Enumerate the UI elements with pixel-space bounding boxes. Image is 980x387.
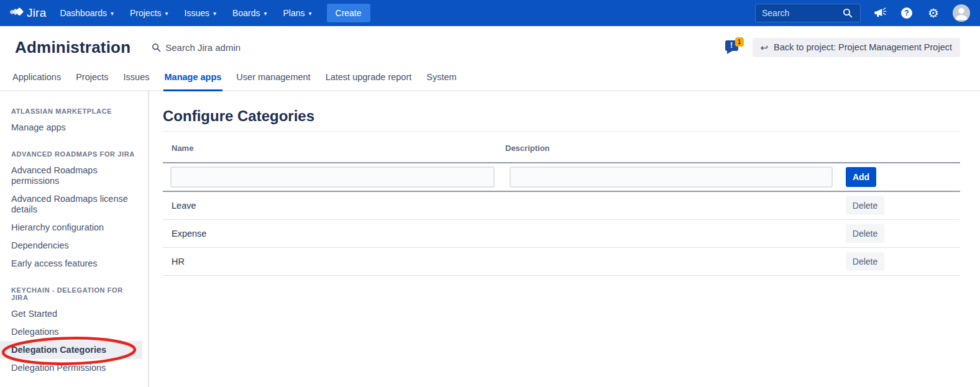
nav-item-plans[interactable]: Plans ▾ <box>283 8 311 18</box>
search-icon[interactable] <box>840 6 855 20</box>
svg-text:?: ? <box>904 9 909 17</box>
column-header-name: Name <box>163 143 505 153</box>
back-to-project-button[interactable]: ↩ Back to project: Project Management Pr… <box>753 38 961 57</box>
category-name-input[interactable] <box>170 166 495 188</box>
sidebar-item-dependencies[interactable]: Dependencies <box>11 237 139 255</box>
tab-system[interactable]: System <box>425 72 457 91</box>
category-name: HR <box>163 257 505 266</box>
jira-logo-text: Jira <box>27 6 46 20</box>
admin-search-label: Search Jira admin <box>165 42 240 53</box>
sidebar-item-early-access-features[interactable]: Early access features <box>11 255 139 273</box>
column-header-description: Description <box>505 143 833 153</box>
top-navigation: Jira Dashboards ▾ Projects ▾ Issues ▾ Bo… <box>0 0 980 26</box>
return-arrow-icon: ↩ <box>761 43 769 52</box>
announcements-icon[interactable] <box>872 6 887 20</box>
sidebar-item-delegation-categories[interactable]: Delegation Categories <box>0 341 142 359</box>
nav-item-boards[interactable]: Boards ▾ <box>232 8 267 18</box>
gear-icon[interactable]: ⚙ <box>926 6 941 20</box>
tab-manage-apps[interactable]: Manage apps <box>163 72 223 91</box>
sidebar-item-manage-apps[interactable]: Manage apps <box>11 119 139 137</box>
tab-applications[interactable]: Applications <box>11 72 62 91</box>
admin-header: Administration Search Jira admin ! 1 ↩ B… <box>0 26 980 68</box>
chevron-down-icon: ▾ <box>213 9 216 17</box>
search-input[interactable] <box>762 8 840 18</box>
tab-projects[interactable]: Projects <box>75 72 109 91</box>
sidebar-item-delegation-permissions[interactable]: Delegation Permissions <box>11 359 139 377</box>
add-button[interactable]: Add <box>846 167 876 187</box>
sidebar-section-atlassian-marketplace: ATLASSIAN MARKETPLACE <box>11 107 142 115</box>
table-header-row: Name Description <box>163 134 960 163</box>
avatar[interactable] <box>953 4 970 22</box>
page-title: Administration <box>15 38 131 57</box>
help-icon[interactable]: ? <box>899 6 914 20</box>
tab-issues[interactable]: Issues <box>122 72 151 91</box>
delete-button[interactable]: Delete <box>846 196 884 215</box>
jira-logo-icon <box>10 6 24 20</box>
tab-user-management[interactable]: User management <box>235 72 311 91</box>
table-row: Leave Delete <box>163 192 960 220</box>
categories-table: Name Description Add Leave Delete Expens… <box>163 134 960 276</box>
nav-item-projects[interactable]: Projects ▾ <box>130 8 168 18</box>
jira-logo[interactable]: Jira <box>10 6 46 20</box>
sidebar-item-advanced-roadmaps-license-details[interactable]: Advanced Roadmaps license details <box>11 190 139 219</box>
sidebar-item-delegations[interactable]: Delegations <box>11 323 139 341</box>
search-icon <box>152 43 161 52</box>
nav-item-dashboards[interactable]: Dashboards ▾ <box>60 8 114 18</box>
table-row: HR Delete <box>163 248 960 276</box>
table-row: Expense Delete <box>163 220 960 248</box>
chevron-down-icon: ▾ <box>165 9 168 17</box>
add-category-row: Add <box>163 163 960 192</box>
notification-icon[interactable]: ! 1 <box>725 39 744 56</box>
nav-search-box[interactable] <box>755 4 861 22</box>
tab-latest-upgrade-report[interactable]: Latest upgrade report <box>324 72 413 91</box>
category-name: Leave <box>163 201 505 211</box>
notification-badge: 1 <box>735 37 744 47</box>
category-name: Expense <box>163 229 505 239</box>
nav-item-issues[interactable]: Issues ▾ <box>185 8 217 18</box>
sidebar-item-advanced-roadmaps-permissions[interactable]: Advanced Roadmaps permissions <box>11 162 139 190</box>
nav-menu: Dashboards ▾ Projects ▾ Issues ▾ Boards … <box>60 8 311 18</box>
chevron-down-icon: ▾ <box>111 9 114 17</box>
sidebar-item-get-started[interactable]: Get Started <box>11 305 139 323</box>
admin-sidebar: ATLASSIAN MARKETPLACE Manage apps ADVANC… <box>0 91 149 387</box>
create-button[interactable]: Create <box>327 4 370 22</box>
admin-search[interactable]: Search Jira admin <box>152 42 240 53</box>
delete-button[interactable]: Delete <box>846 252 884 271</box>
delete-button[interactable]: Delete <box>846 224 884 243</box>
admin-tabbar: Applications Projects Issues Manage apps… <box>0 68 980 91</box>
sidebar-section-advanced-roadmaps: ADVANCED ROADMAPS FOR JIRA <box>11 150 142 158</box>
sidebar-section-keychain-delegation: KEYCHAIN - DELEGATION FOR JIRA <box>11 286 142 301</box>
main-content: Configure Categories Name Description Ad… <box>149 91 980 387</box>
chevron-down-icon: ▾ <box>263 9 267 17</box>
category-description-input[interactable] <box>510 166 833 188</box>
sidebar-item-hierarchy-configuration[interactable]: Hierarchy configuration <box>11 219 139 237</box>
chevron-down-icon: ▾ <box>308 9 311 17</box>
section-heading: Configure Categories <box>163 107 960 132</box>
